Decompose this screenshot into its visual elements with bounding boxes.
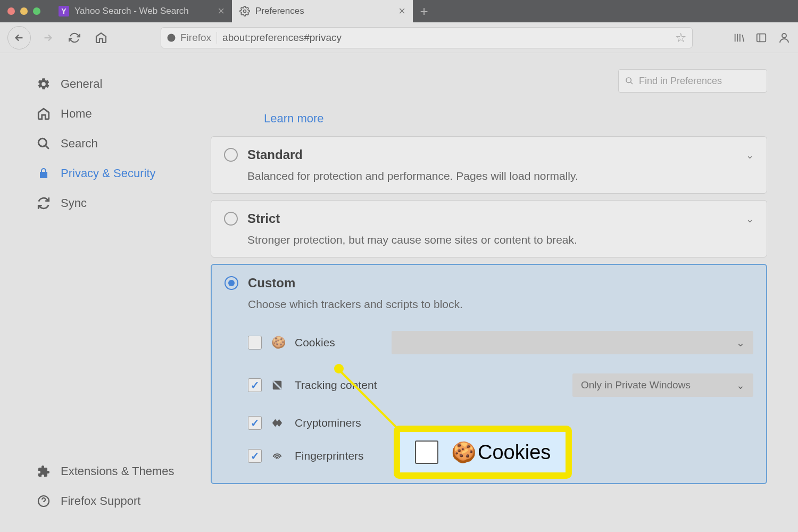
tab-title: Yahoo Search - Web Search [74,6,189,16]
sidebar: General Home Search Privacy & Security S… [0,53,211,532]
close-tab-icon[interactable]: × [218,4,225,18]
cookie-icon: 🍪 [451,440,465,464]
close-window-icon[interactable] [7,7,15,15]
sidebar-item-support[interactable]: Firefox Support [31,486,195,516]
sidebar-item-search[interactable]: Search [31,129,195,159]
chevron-down-icon[interactable]: ⌄ [746,213,754,225]
svg-point-3 [782,34,786,38]
radio-strict[interactable] [224,212,238,226]
close-tab-icon[interactable]: × [398,4,405,18]
sidebar-item-sync[interactable]: Sync [31,188,195,218]
cryptominer-icon [271,417,285,429]
cookies-select[interactable]: ⌄ [392,331,753,354]
firefox-icon [167,33,176,43]
home-button[interactable] [92,28,111,47]
account-icon[interactable] [778,31,791,44]
checkbox-tracking[interactable] [248,378,262,392]
cookie-icon: 🍪 [271,336,285,350]
annotation-callout: 🍪 Cookies [394,426,572,479]
svg-point-0 [244,10,246,13]
chevron-down-icon: ⌄ [736,379,745,392]
callout-checkbox [415,440,438,464]
toolbar: Firefox about:preferences#privacy ☆ [0,22,798,53]
sync-icon [36,196,51,211]
url-text: about:preferences#privacy [222,32,670,44]
sidebar-item-general[interactable]: General [31,69,195,99]
puzzle-icon [36,464,51,479]
svg-point-6 [626,78,631,82]
option-standard[interactable]: Standard Balanced for protection and per… [211,136,767,194]
new-tab-button[interactable]: + [413,0,435,22]
window-controls [0,7,51,15]
maximize-window-icon[interactable] [33,7,40,15]
tab-preferences[interactable]: Preferences × [232,0,413,22]
fingerprint-icon [271,450,285,462]
sidebar-item-privacy[interactable]: Privacy & Security [31,159,195,188]
lock-icon [36,166,51,181]
gear-icon [239,6,250,16]
radio-custom[interactable] [225,276,238,290]
svg-rect-2 [757,34,766,41]
checkbox-cryptominers[interactable] [248,416,262,430]
svg-point-1 [168,34,176,41]
svg-point-4 [38,138,46,146]
bookmark-star-icon[interactable]: ☆ [675,30,687,45]
gear-icon [36,77,51,92]
site-identity[interactable]: Firefox [167,32,217,44]
tab-bar: Y Yahoo Search - Web Search × Preference… [0,0,798,22]
chevron-down-icon: ⌄ [736,337,745,349]
radio-standard[interactable] [224,148,238,162]
search-icon [36,136,51,151]
sidebar-toggle-icon[interactable] [755,32,767,44]
help-icon [36,494,51,509]
sidebar-item-extensions[interactable]: Extensions & Themes [31,456,195,486]
minimize-window-icon[interactable] [20,7,28,15]
row-tracking: Tracking content Only in Private Windows… [248,364,753,406]
tracking-icon [271,379,285,391]
search-icon [625,77,634,85]
tab-yahoo[interactable]: Y Yahoo Search - Web Search × [51,0,232,22]
sidebar-item-home[interactable]: Home [31,99,195,129]
row-cookies: 🍪 Cookies ⌄ [248,321,753,364]
tab-title: Preferences [255,6,304,16]
option-strict[interactable]: Strict Stronger protection, but may caus… [211,200,767,257]
chevron-down-icon[interactable]: ⌄ [746,149,754,161]
checkbox-cookies[interactable] [248,336,262,350]
forward-button[interactable] [38,28,57,47]
tracking-select[interactable]: Only in Private Windows⌄ [572,373,753,397]
learn-more-link[interactable]: Learn more [264,112,767,126]
url-bar[interactable]: Firefox about:preferences#privacy ☆ [161,27,693,48]
reload-button[interactable] [65,28,84,47]
back-button[interactable] [7,26,31,49]
yahoo-favicon-icon: Y [59,6,69,16]
library-icon[interactable] [733,32,745,44]
home-icon [36,106,51,121]
search-preferences-input[interactable]: Find in Preferences [618,69,767,93]
checkbox-fingerprinters[interactable] [248,449,262,463]
